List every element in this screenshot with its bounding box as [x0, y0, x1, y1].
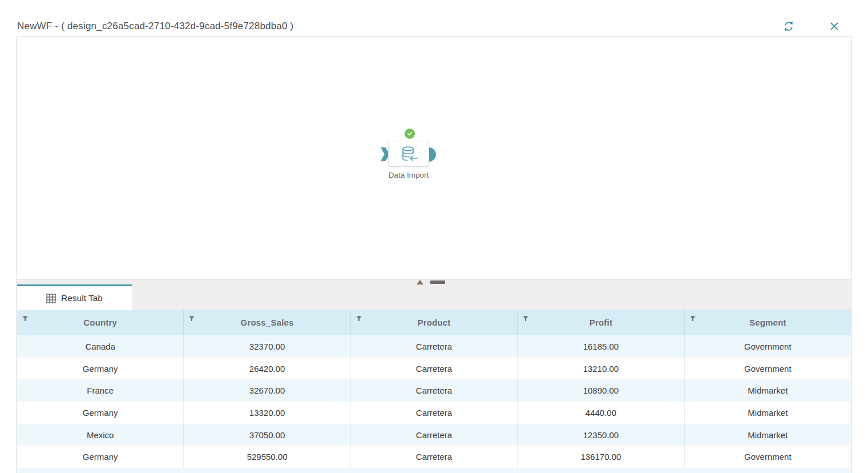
cell-country: Canada — [17, 335, 183, 358]
tab-result[interactable]: Result Tab — [17, 284, 132, 310]
table-row: Canada 32370.00 Carretera 16185.00 Gover… — [17, 335, 851, 358]
data-import-node[interactable] — [388, 142, 429, 167]
cell-profit: 136170.00 — [517, 446, 684, 468]
filter-icon[interactable] — [356, 316, 362, 322]
workflow-designer-window: NewWF - ( design_c26a5cad-2710-432d-9cad… — [0, 0, 868, 473]
filter-icon[interactable] — [690, 316, 696, 322]
filter-icon[interactable] — [22, 316, 28, 322]
column-header-label: Product — [417, 318, 450, 327]
minimize-panel-icon[interactable] — [430, 280, 445, 284]
node-label: Data Import — [366, 171, 451, 179]
cell-product: Carretera — [350, 424, 517, 446]
table-header-row: Country Gross_Sales Product Profit — [17, 310, 851, 335]
column-header-product[interactable]: Product — [350, 310, 517, 335]
column-header-profit[interactable]: Profit — [517, 310, 684, 335]
filter-icon[interactable] — [189, 316, 195, 322]
cell-segment: Government — [684, 446, 851, 468]
refresh-icon[interactable] — [783, 21, 794, 32]
column-header-country[interactable]: Country — [17, 310, 183, 335]
filter-icon[interactable] — [523, 316, 528, 322]
cell-profit: 13210.00 — [517, 358, 684, 380]
table-row: Mexico 37050.00 Carretera 12350.00 Midma… — [17, 424, 851, 446]
cell-gross-sales: 32670.00 — [183, 379, 350, 402]
titlebar: NewWF - ( design_c26a5cad-2710-432d-9cad… — [0, 0, 868, 37]
cell-gross-sales: 13320.00 — [183, 402, 350, 424]
tab-result-label: Result Tab — [61, 293, 103, 303]
cell-country: Mexico — [17, 424, 183, 446]
cell-gross-sales: 26420.00 — [183, 358, 350, 380]
cell-product: Carretera — [350, 379, 517, 402]
green-check-circle-icon — [405, 129, 415, 139]
cell-country: Germany — [17, 358, 183, 380]
table-row: Germany 529550.00 Carretera 136170.00 Go… — [17, 446, 851, 468]
partial-table-row — [17, 468, 851, 473]
cell-gross-sales: 37050.00 — [183, 424, 350, 446]
table-row: Germany 13320.00 Carretera 4440.00 Midma… — [17, 402, 851, 424]
cell-profit: 16185.00 — [517, 335, 684, 358]
cell-segment: Government — [684, 335, 851, 358]
cell-segment: Midmarket — [684, 402, 851, 424]
panel-resize-controls — [417, 279, 445, 286]
column-header-gross-sales[interactable]: Gross_Sales — [183, 310, 350, 335]
table-row: Germany 26420.00 Carretera 13210.00 Gove… — [17, 358, 851, 380]
cell-profit: 10890.00 — [517, 379, 684, 402]
cell-gross-sales: 32370.00 — [183, 335, 350, 358]
expand-panel-icon[interactable] — [417, 280, 423, 284]
cell-segment: Midmarket — [684, 424, 851, 446]
table-row: France 32670.00 Carretera 10890.00 Midma… — [17, 379, 851, 402]
cell-country: France — [17, 379, 183, 402]
cell-product: Carretera — [350, 358, 517, 380]
database-import-icon — [398, 145, 419, 164]
cell-gross-sales: 529550.00 — [183, 446, 350, 468]
close-icon[interactable] — [829, 21, 840, 32]
cell-segment: Government — [684, 358, 851, 380]
cell-product: Carretera — [350, 402, 517, 424]
cell-country: Germany — [17, 446, 183, 468]
column-header-segment[interactable]: Segment — [684, 310, 851, 335]
cell-profit: 12350.00 — [517, 424, 684, 446]
column-header-label: Gross_Sales — [241, 318, 294, 327]
cell-country: Germany — [17, 402, 183, 424]
table-grid-icon — [46, 294, 56, 303]
column-header-label: Profit — [590, 318, 612, 327]
cell-product: Carretera — [350, 335, 517, 358]
dialog-body: Data Import Result Tab — [17, 37, 851, 473]
workflow-canvas[interactable]: Data Import — [17, 37, 851, 279]
cell-profit: 4440.00 — [517, 402, 684, 424]
cell-segment: Midmarket — [684, 379, 851, 402]
column-header-label: Country — [83, 318, 117, 327]
window-title: NewWF - ( design_c26a5cad-2710-432d-9cad… — [17, 21, 293, 32]
cell-product: Carretera — [350, 446, 517, 468]
column-header-label: Segment — [749, 318, 786, 327]
panel-strip: Result Tab — [17, 279, 851, 310]
